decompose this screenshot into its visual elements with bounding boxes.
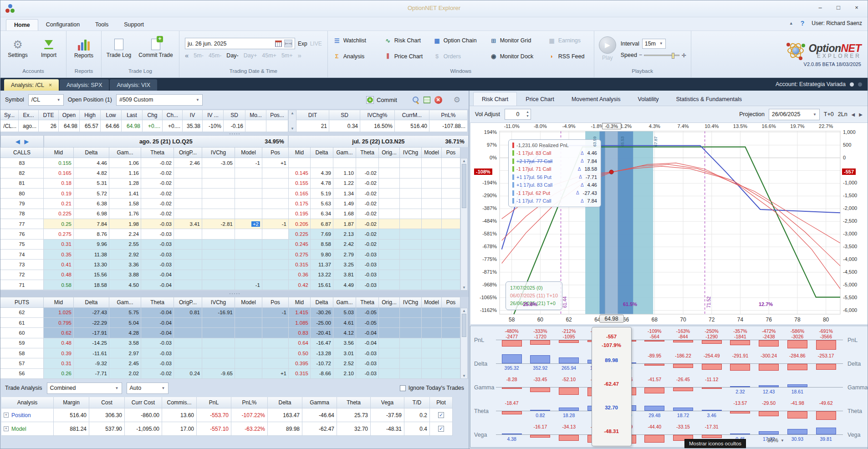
summary-cell[interactable]: +0.... (163, 120, 183, 132)
menu-tab-support[interactable]: Support (116, 19, 152, 31)
option-cell[interactable] (442, 338, 460, 348)
option-cell[interactable]: 0.58 (44, 280, 74, 290)
option-cell[interactable]: -0.02 (356, 189, 379, 199)
option-cell[interactable] (174, 209, 202, 219)
summary-col-header[interactable]: SD (329, 110, 360, 120)
option-cell[interactable]: 7.69 (311, 229, 333, 239)
chain-col-header[interactable]: Theta (141, 147, 174, 158)
option-cell[interactable] (202, 328, 235, 338)
summary-col-header[interactable]: Low (101, 110, 122, 120)
ta-col-header[interactable]: Commis... (162, 397, 197, 408)
option-cell[interactable] (202, 338, 235, 348)
option-cell[interactable]: 9.80 (311, 250, 333, 260)
summary-col-header[interactable]: Chg (143, 110, 163, 120)
strike-cell[interactable]: 78 (0, 209, 44, 219)
chain-col-header[interactable]: IVChg (202, 147, 235, 158)
summary-col-header[interactable]: DTE (39, 110, 59, 120)
strike-cell[interactable]: 56 (0, 369, 44, 379)
expand-icon[interactable]: + (4, 426, 9, 431)
option-cell[interactable] (422, 348, 442, 358)
option-cell[interactable]: -10.72 (311, 358, 333, 368)
tab-close-icon[interactable]: × (49, 82, 52, 88)
option-cell[interactable] (442, 158, 460, 168)
option-cell[interactable]: 6.87 (311, 219, 333, 229)
option-cell[interactable] (400, 199, 422, 209)
maximize-button[interactable]: □ (830, 2, 847, 13)
option-cell[interactable] (202, 250, 235, 260)
option-cell[interactable]: 5.63 (311, 199, 333, 209)
option-cell[interactable]: -9.65 (202, 369, 235, 379)
chain-splitter[interactable] (0, 291, 469, 297)
option-cell[interactable] (422, 270, 442, 280)
summary-cell[interactable]: +0.... (143, 120, 163, 132)
option-cell[interactable]: 1.41 (109, 189, 141, 199)
option-cell[interactable] (235, 369, 262, 379)
option-cell[interactable]: -0.04 (141, 270, 174, 280)
option-cell[interactable]: 0.36 (289, 270, 311, 280)
ta-col-header[interactable]: Vega (371, 397, 404, 408)
chain-col-header[interactable]: Pos (442, 297, 460, 308)
plot-checkbox[interactable]: ✓ (438, 412, 444, 418)
option-cell[interactable] (311, 158, 333, 168)
option-cell[interactable]: 0.48 (44, 338, 74, 348)
option-cell[interactable]: 3.36 (109, 260, 141, 270)
option-cell[interactable]: 2.10 (333, 369, 356, 379)
option-cell[interactable] (174, 338, 202, 348)
strike-cell[interactable]: 79 (0, 199, 44, 209)
option-cell[interactable]: 1.76 (109, 209, 141, 219)
ta-col-header[interactable]: Gamma (302, 397, 337, 408)
help-icon[interactable]: ? (801, 20, 805, 27)
option-cell[interactable]: 0.31 (44, 358, 74, 368)
option-cell[interactable] (202, 179, 235, 189)
strike-cell[interactable]: 80 (0, 189, 44, 199)
chain-col-header[interactable]: OrigP... (174, 147, 202, 158)
option-cell[interactable]: 1.49 (333, 199, 356, 209)
option-cell[interactable]: 1.98 (109, 219, 141, 229)
option-cell[interactable]: 1.22 (333, 179, 356, 189)
chain-row[interactable]: 750.319.962.55-0.030.2458.582.42-0.02 (0, 240, 469, 250)
commit-trade-button[interactable]: + Commit Trade (136, 32, 175, 65)
option-cell[interactable] (400, 229, 422, 239)
option-cell[interactable] (400, 168, 422, 178)
option-cell[interactable]: 3.41 (174, 219, 202, 229)
option-cell[interactable] (442, 219, 460, 229)
option-cell[interactable] (379, 189, 400, 199)
option-cell[interactable]: -30.26 (311, 308, 333, 318)
option-cell[interactable] (202, 280, 235, 290)
option-cell[interactable]: -0.04 (141, 280, 174, 290)
window-item-price-chart[interactable]: ⫼Price Chart (383, 52, 432, 61)
option-cell[interactable]: -0.03 (356, 270, 379, 280)
option-cell[interactable] (400, 240, 422, 250)
chain-row[interactable]: 790.216.381.58-0.020.1755.631.49-0.02 (0, 199, 469, 209)
option-cell[interactable] (422, 158, 442, 168)
option-cell[interactable]: -0.04 (141, 318, 174, 328)
chain-col-header[interactable]: Mid (44, 147, 74, 158)
strategy-select[interactable]: #509 Custom▼ (116, 94, 203, 106)
option-cell[interactable] (422, 250, 442, 260)
option-cell[interactable] (235, 199, 262, 209)
option-cell[interactable] (422, 338, 442, 348)
doc-tab-analysis-vix[interactable]: Analysis: VIX (110, 79, 157, 91)
option-cell[interactable]: -0.03 (356, 369, 379, 379)
speed-slider[interactable]: Speed − ✛ (621, 52, 686, 59)
option-cell[interactable]: -17.91 (74, 328, 109, 338)
option-cell[interactable] (442, 328, 460, 338)
option-cell[interactable] (235, 338, 262, 348)
option-cell[interactable] (422, 280, 442, 290)
ta-col-header[interactable]: Analysis (1, 397, 54, 408)
play-button[interactable]: ▶ (599, 36, 616, 54)
option-cell[interactable]: -0.03 (141, 338, 174, 348)
strike-cell[interactable]: 60 (0, 328, 44, 338)
option-cell[interactable]: 0.275 (289, 250, 311, 260)
option-cell[interactable]: 0.225 (44, 209, 74, 219)
chain-col-header[interactable]: Model (422, 297, 442, 308)
ta-col-header[interactable]: Delta (268, 397, 302, 408)
chain-col-header[interactable]: IVChg (400, 297, 422, 308)
option-cell[interactable]: 0.83 (289, 328, 311, 338)
ta-col-header[interactable]: Curr Cost (125, 397, 162, 408)
option-cell[interactable]: 5.03 (333, 308, 356, 318)
option-cell[interactable]: 4.50 (109, 280, 141, 290)
grid-add-icon[interactable] (424, 97, 430, 103)
option-cell[interactable] (202, 358, 235, 368)
speed-track[interactable] (644, 55, 679, 56)
